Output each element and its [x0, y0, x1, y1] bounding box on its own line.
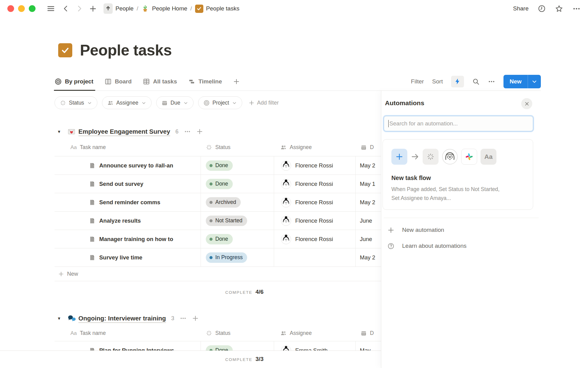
- collapse-triangle-icon[interactable]: ▼: [55, 129, 64, 134]
- table-row[interactable]: Announce survey to #all-an Done Florence…: [55, 156, 382, 175]
- breadcrumb-separator: /: [190, 5, 192, 12]
- task-name[interactable]: Survey live time: [99, 254, 142, 261]
- add-filter-button[interactable]: Add filter: [249, 100, 279, 106]
- traffic-light-zoom[interactable]: [29, 5, 36, 12]
- nav-back-icon[interactable]: [62, 5, 70, 12]
- group-add-icon[interactable]: [196, 128, 203, 135]
- love-letter-emoji: [66, 128, 77, 136]
- search-icon[interactable]: [472, 78, 480, 85]
- history-clock-icon[interactable]: [538, 5, 546, 13]
- new-row-button[interactable]: New: [55, 267, 382, 281]
- filter-chip-status[interactable]: Status: [55, 96, 97, 109]
- due-date: June: [356, 236, 372, 243]
- collapse-triangle-icon[interactable]: ▼: [55, 316, 64, 321]
- nav-forward-icon[interactable]: [76, 5, 83, 12]
- group-add-icon[interactable]: [192, 315, 199, 322]
- column-header-status[interactable]: Status: [215, 144, 231, 151]
- tab-board[interactable]: Board: [104, 72, 132, 90]
- column-header-assignee[interactable]: Assignee: [290, 144, 312, 151]
- status-badge[interactable]: Not Started: [206, 216, 247, 226]
- tab-timeline[interactable]: Timeline: [188, 72, 222, 90]
- speech-bubbles-emoji: [66, 314, 77, 323]
- add-view-icon[interactable]: [233, 72, 240, 90]
- sort-button[interactable]: Sort: [432, 78, 443, 85]
- status-badge[interactable]: Done: [206, 179, 233, 189]
- due-date: May 2: [356, 199, 375, 206]
- status-dot-icon: [209, 219, 213, 222]
- assignee-name: Florence Rossi: [295, 217, 333, 224]
- tab-all-tasks[interactable]: All tasks: [143, 72, 177, 90]
- orange-checkbox-icon: [195, 5, 203, 13]
- column-header-status[interactable]: Status: [215, 330, 231, 336]
- filter-chip-row: Status Assignee Due Project Add filter: [55, 96, 279, 109]
- share-button[interactable]: Share: [513, 5, 529, 12]
- filter-chip-due[interactable]: Due: [156, 96, 194, 109]
- table-row[interactable]: Survey live time In Progress May 2: [55, 248, 382, 267]
- filter-chip-project[interactable]: Project: [198, 96, 242, 109]
- more-options-icon[interactable]: [572, 5, 581, 13]
- new-page-icon[interactable]: [89, 5, 97, 13]
- page-icon: [89, 199, 96, 206]
- task-name[interactable]: Announce survey to #all-an: [99, 162, 173, 169]
- automation-search-input[interactable]: [389, 120, 529, 127]
- table-row[interactable]: Send out survey Done Florence Rossi May …: [55, 175, 382, 193]
- task-name[interactable]: Send out survey: [99, 181, 143, 187]
- column-header-task[interactable]: Task name: [80, 330, 106, 336]
- automations-bolt-icon[interactable]: [451, 76, 464, 87]
- task-name[interactable]: Send reminder comms: [99, 199, 160, 206]
- table-row[interactable]: Send reminder comms Archived Florence Ro…: [55, 193, 382, 212]
- group-more-icon[interactable]: [180, 315, 187, 322]
- table-row[interactable]: Analyze results Not Started Florence Ros…: [55, 212, 382, 230]
- status-badge[interactable]: In Progress: [206, 252, 247, 263]
- view-more-icon[interactable]: [488, 78, 495, 85]
- tab-label: Timeline: [198, 78, 222, 85]
- automation-search[interactable]: [384, 116, 533, 131]
- column-header-due[interactable]: D: [370, 144, 374, 151]
- filter-button[interactable]: Filter: [411, 78, 424, 85]
- breadcrumb-separator: /: [137, 5, 138, 12]
- traffic-light-minimize[interactable]: [18, 5, 25, 12]
- status-badge[interactable]: Archived: [206, 197, 241, 208]
- chip-label: Due: [171, 100, 180, 106]
- due-date: May 2: [356, 254, 375, 261]
- close-icon[interactable]: [521, 98, 532, 109]
- due-date: June: [356, 217, 372, 224]
- group-title[interactable]: Ongoing: Interviewer training: [78, 315, 166, 322]
- status-badge[interactable]: Done: [206, 160, 233, 171]
- page-icon: [89, 217, 96, 224]
- column-header-due[interactable]: D: [370, 330, 374, 336]
- table-row[interactable]: Manager training on how to Done Florence…: [55, 230, 382, 248]
- new-button-caret-icon[interactable]: [528, 75, 541, 88]
- column-header-task[interactable]: Task name: [80, 144, 106, 151]
- sidebar-toggle-icon[interactable]: [47, 5, 55, 13]
- assignee-avatar: [281, 216, 291, 226]
- learn-about-automations-link[interactable]: Learn about automations: [381, 239, 539, 253]
- assignee-name: Florence Rossi: [295, 162, 333, 169]
- favorite-star-icon[interactable]: [555, 5, 563, 13]
- view-bar: By project Board All tasks Timeline Filt…: [55, 72, 541, 91]
- task-name[interactable]: Manager training on how to: [99, 236, 173, 243]
- column-header-assignee[interactable]: Assignee: [290, 330, 312, 336]
- tab-label: All tasks: [153, 78, 177, 85]
- new-button[interactable]: New: [503, 75, 541, 88]
- tab-label: By project: [65, 78, 93, 85]
- group-footer-sticky: COMPLETE3/3: [0, 351, 381, 368]
- breadcrumb-item-people-home[interactable]: People Home: [141, 5, 187, 13]
- group-more-icon[interactable]: [184, 128, 191, 135]
- group-header: ▼ Ongoing: Interviewer training 3: [55, 311, 382, 325]
- view-controls: Filter Sort New: [411, 72, 541, 90]
- task-name[interactable]: Analyze results: [99, 217, 141, 224]
- automation-card-icons: Aa: [391, 149, 496, 165]
- assignee-avatar: [281, 234, 291, 244]
- status-badge[interactable]: Done: [206, 234, 233, 244]
- breadcrumb-item-people[interactable]: People: [104, 3, 134, 14]
- traffic-light-close[interactable]: [7, 5, 14, 12]
- breadcrumb-item-people-tasks[interactable]: People tasks: [195, 5, 239, 13]
- filter-chip-assignee[interactable]: Assignee: [102, 96, 152, 109]
- automation-card[interactable]: Aa New task flow When Page added, Set St…: [383, 139, 533, 210]
- tab-by-project[interactable]: By project: [55, 72, 93, 90]
- panel-divider: [384, 218, 539, 218]
- group-title[interactable]: Employee Engagement Survey: [78, 128, 170, 135]
- complete-label: COMPLETE: [225, 290, 252, 295]
- new-automation-button[interactable]: New automation: [381, 223, 539, 237]
